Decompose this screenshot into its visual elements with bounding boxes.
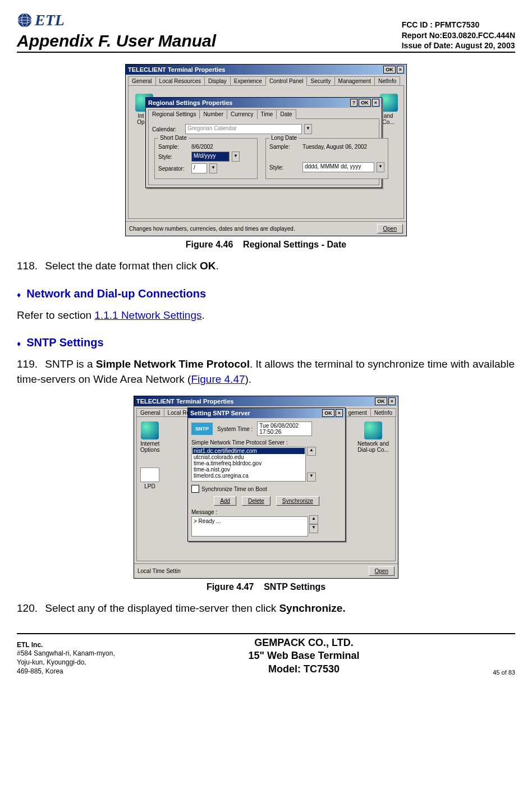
sample-label: Sample: — [158, 144, 189, 150]
chevron-down-icon[interactable]: ▼ — [304, 124, 312, 134]
short-style-select[interactable]: M/d/yyyy — [191, 152, 230, 162]
msg-scroll[interactable]: ▲ ▼ — [309, 515, 318, 538]
section-title: SNTP Settings — [26, 336, 103, 349]
sntp-window: Setting SNTP Server OK × SNTP System Tim… — [187, 407, 346, 542]
cp-internet-options[interactable]: Internet Options — [140, 421, 159, 453]
chevron-down-icon[interactable]: ▼ — [209, 163, 217, 173]
open-button[interactable]: Open — [377, 224, 403, 233]
scroll-down-icon[interactable]: ▼ — [307, 473, 316, 482]
outer-tabs: General Local Resources Display Experien… — [126, 75, 406, 86]
close-icon[interactable]: × — [397, 66, 404, 74]
figure-4-46: TELECLIENT Terminal Properties OK × Gene… — [17, 64, 515, 250]
figure-caption-2: Figure 4.47 SNTP Settings — [17, 582, 515, 592]
server-item[interactable]: timelord.cs.uregina.ca — [192, 473, 305, 479]
ok-button[interactable]: OK — [375, 397, 387, 405]
open-button[interactable]: Open — [369, 566, 395, 576]
systime-value: Tue 06/08/2002 17:50:26 — [257, 421, 312, 436]
short-sample: 8/6/2002 — [191, 144, 213, 150]
server-item[interactable]: time-a.nist.gov — [192, 466, 305, 473]
caption-text: Regional Settings - Date — [243, 240, 346, 249]
ok-button[interactable]: OK — [359, 99, 371, 107]
section-title: Network and Dial-up Connections — [26, 287, 206, 300]
globe-icon — [380, 94, 398, 112]
logo: ETL — [17, 11, 216, 29]
sntp-body: SNTP System Time : Tue 06/08/2002 17:50:… — [188, 418, 345, 541]
close-icon[interactable]: × — [336, 409, 343, 417]
sync-boot-checkbox[interactable] — [191, 485, 199, 493]
footer-c1: GEMPACK CO., LTD. — [249, 636, 360, 649]
server-item[interactable]: utcnist.colorado.edu — [192, 454, 305, 460]
tab-control-panel[interactable]: Control Panel — [265, 76, 308, 86]
separator-label: Separator: — [158, 166, 189, 172]
tab-currency[interactable]: Currency — [227, 109, 258, 119]
cp-icon-partial-right[interactable]: and Co... — [380, 94, 397, 133]
tab-management-partial[interactable]: gement — [344, 408, 370, 417]
style-label: Style: — [269, 164, 300, 171]
teleclient-window: TELECLIENT Terminal Properties OK × Gene… — [125, 64, 407, 236]
tab-time[interactable]: Time — [257, 109, 277, 119]
cp-network-dialup[interactable]: Network and Dial-up Co... — [355, 421, 392, 453]
window-title: TELECLIENT Terminal Properties — [128, 66, 225, 73]
tab-netinfo[interactable]: NetInfo — [370, 408, 396, 417]
close-icon[interactable]: × — [388, 397, 396, 405]
caption-num: Figure 4.47 — [207, 582, 254, 592]
tab-date[interactable]: Date — [276, 109, 296, 119]
icon-label: and Co... — [380, 113, 397, 125]
inner-titlebar[interactable]: Regional Settings Properties ? OK × — [146, 98, 382, 108]
scroll-up-icon[interactable]: ▲ — [307, 447, 316, 456]
tab-general[interactable]: General — [136, 408, 164, 417]
teleclient-window-2: TELECLIENT Terminal Properties OK × Gene… — [134, 396, 398, 579]
delete-button[interactable]: Delete — [242, 496, 270, 506]
link-figure-4-47[interactable]: Figure 4.47 — [191, 373, 245, 385]
tab-general[interactable]: General — [128, 76, 156, 86]
server-listbox[interactable]: nist1.dc.certifiedtime.com utcnist.color… — [191, 447, 306, 482]
scroll-down-icon[interactable]: ▼ — [309, 524, 318, 533]
tab-number[interactable]: Number — [199, 109, 227, 119]
tab-netinfo[interactable]: NetInfo — [374, 76, 400, 86]
scroll-up-icon[interactable]: ▲ — [309, 515, 318, 524]
chevron-down-icon[interactable]: ▼ — [232, 152, 240, 162]
tab-management[interactable]: Management — [334, 76, 375, 86]
cp-icon-partial-left[interactable]: Int Op — [135, 94, 146, 133]
short-date-group: Short Date Sample:8/6/2002 Style:M/d/yyy… — [154, 138, 258, 179]
tab-experience[interactable]: Experience — [230, 76, 266, 86]
server-item[interactable]: nist1.dc.certifiedtime.com — [192, 448, 305, 454]
step-bold: OK — [200, 260, 216, 272]
tab-security[interactable]: Security — [306, 76, 334, 86]
add-button[interactable]: Add — [214, 496, 236, 506]
step-number: 119. — [17, 357, 42, 372]
footer-company: ETL Inc. — [17, 641, 43, 649]
long-style-select[interactable]: dddd, MMMM dd, yyyy — [302, 162, 374, 172]
window-titlebar[interactable]: TELECLIENT Terminal Properties OK × — [126, 65, 406, 75]
ok-button[interactable]: OK — [322, 409, 334, 417]
chevron-down-icon[interactable]: ▼ — [377, 162, 384, 172]
tab-display[interactable]: Display — [204, 76, 231, 86]
page-content: TELECLIENT Terminal Properties OK × Gene… — [17, 64, 515, 616]
footer-addr2: Yoju-kun, Kyounggi-do, — [17, 658, 86, 666]
window-titlebar[interactable]: TELECLIENT Terminal Properties OK × — [134, 396, 398, 406]
sntp-bold: Simple Network Time Protocol — [96, 358, 250, 370]
help-icon[interactable]: ? — [350, 99, 358, 107]
synchronize-button[interactable]: Synchronize — [276, 496, 319, 506]
network-text: Refer to section 1.1.1 Network Settings. — [17, 308, 515, 323]
diamond-icon: ♦ — [17, 290, 21, 299]
report-no: Report No:E03.0820.FCC.444N — [402, 30, 515, 40]
header-right: FCC ID : PFMTC7530 Report No:E03.0820.FC… — [402, 20, 515, 51]
sntp-titlebar[interactable]: Setting SNTP Server OK × — [188, 408, 345, 418]
footer-c2: 15" Web Base Terminal — [249, 649, 360, 662]
calendar-select[interactable]: Gregorian Calendar — [185, 124, 302, 134]
listbox-scroll[interactable]: ▲ ▼ — [307, 447, 316, 482]
step-number: 118. — [17, 259, 42, 274]
calendar-row: Calendar: Gregorian Calendar ▼ — [152, 124, 375, 134]
globe-icon — [141, 421, 159, 439]
server-item[interactable]: time-a.timefreq.bldrdoc.gov — [192, 460, 305, 466]
ok-button[interactable]: OK — [383, 66, 396, 74]
footer-addr1: #584 Sangwhal-ri, Kanam-myon, — [17, 649, 115, 657]
tab-regional[interactable]: Regional Settings — [148, 109, 200, 119]
cp-lpd[interactable]: LPD — [140, 468, 159, 489]
close-icon[interactable]: × — [372, 99, 379, 107]
link-network-settings[interactable]: 1.1.1 Network Settings — [94, 309, 201, 321]
sntp-title: Setting SNTP Server — [190, 410, 250, 416]
tab-local-resources[interactable]: Local Resources — [155, 76, 205, 86]
separator-select[interactable]: / — [191, 163, 207, 173]
